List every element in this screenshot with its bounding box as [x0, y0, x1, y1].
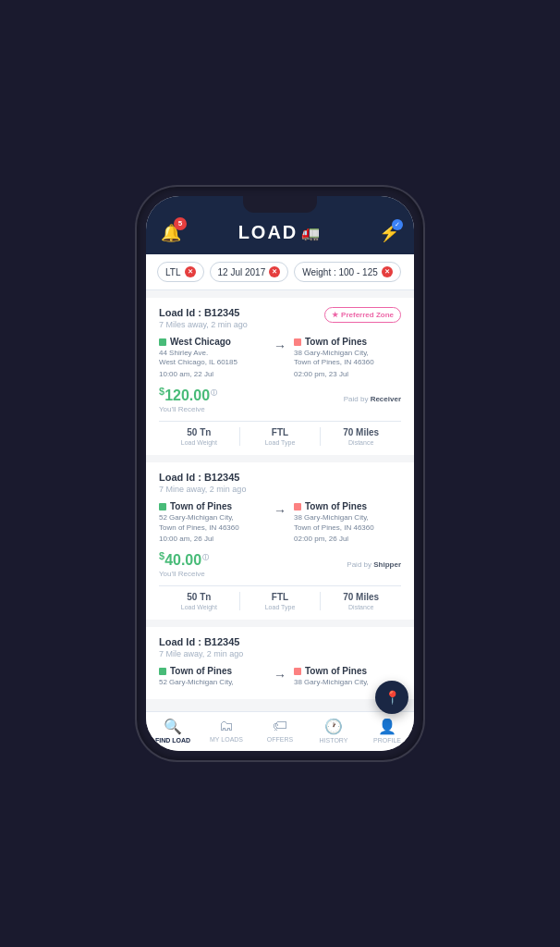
load-card-2[interactable]: Load Id : B12345 7 Mine away, 2 min ago … [146, 462, 414, 620]
notch [243, 196, 317, 213]
phone-frame: 🔔 5 LOAD 🚛 ⚡ ✓ LTL ✕ 12 Jul 2017 ✕ [137, 187, 423, 760]
origin-address-2: 52 Gary-Michigan City, Town of Pines, IN… [159, 513, 266, 533]
origin-dot-1 [159, 338, 166, 346]
price-info-icon-1: ⓘ [211, 389, 217, 396]
stat-distance-2: 70 Miles Distance [321, 592, 401, 610]
find-load-label: FIND LOAD [155, 737, 190, 744]
origin-city-2: Town of Pines [159, 501, 266, 511]
preferred-zone-label: Preferred Zone [341, 311, 394, 319]
origin-time-2: 10:00 am, 26 Jul [159, 535, 266, 543]
dest-time-1: 02:00 pm, 23 Jul [294, 370, 401, 378]
offers-label: OFFERS [267, 736, 293, 743]
filter-chip-date[interactable]: 12 Jul 2017 ✕ [210, 262, 289, 282]
price-2: $40.00ⓘ [159, 550, 209, 569]
filter-bar: LTL ✕ 12 Jul 2017 ✕ Weight : 100 - 125 ✕ [146, 254, 414, 290]
history-icon: 🕐 [324, 718, 343, 735]
origin-3: Town of Pines 52 Gary-Michigan City, [159, 666, 266, 687]
check-badge: ✓ [392, 219, 403, 230]
truck-icon: 🚛 [301, 224, 322, 241]
nav-profile[interactable]: 👤 PROFILE [360, 718, 414, 744]
filter-weight-label: Weight : 100 - 125 [302, 267, 378, 277]
load-header-1: Load Id : B12345 7 Miles away, 2 min ago… [159, 307, 401, 329]
dest-city-1: Town of Pines [294, 337, 401, 347]
filter-chip-weight[interactable]: Weight : 100 - 125 ✕ [294, 262, 401, 282]
filter-date-label: 12 Jul 2017 [218, 267, 266, 277]
location-fab[interactable]: 📍 [375, 681, 408, 714]
stats-row-1: 50 Tn Load Weight FTL Load Type 70 Miles… [159, 421, 401, 446]
profile-label: PROFILE [373, 737, 401, 744]
price-1: $120.00ⓘ [159, 386, 217, 404]
origin-address-3: 52 Gary-Michigan City, [159, 678, 266, 687]
origin-city-3: Town of Pines [159, 666, 266, 676]
destination-2: Town of Pines 38 Gary-Michigan City, Tow… [294, 501, 401, 543]
filter-ltl-label: LTL [165, 267, 181, 277]
price-label-1: You'll Receive [159, 405, 217, 413]
dest-address-1: 38 Gary-Michigan City, Town of Pines, IN… [294, 349, 401, 368]
dest-dot-3 [294, 668, 301, 675]
origin-address-1: 44 Shirley Ave. West Chicago, IL 60185 [159, 349, 266, 368]
route-arrow-1: → [274, 337, 286, 353]
star-icon: ★ [332, 311, 338, 319]
phone-screen: 🔔 5 LOAD 🚛 ⚡ ✓ LTL ✕ 12 Jul 2017 ✕ [146, 196, 414, 751]
route-1: West Chicago 44 Shirley Ave. West Chicag… [159, 337, 401, 378]
load-list: Load Id : B12345 7 Miles away, 2 min ago… [146, 290, 414, 711]
dest-time-2: 02:00 pm, 26 Jul [294, 535, 401, 543]
remove-ltl-filter[interactable]: ✕ [185, 266, 196, 277]
price-section-2: $40.00ⓘ You'll Receive Paid by Shipper [159, 550, 401, 578]
route-arrow-2: → [274, 501, 286, 518]
origin-city-1: West Chicago [159, 337, 266, 347]
price-info-icon-2: ⓘ [202, 554, 209, 560]
load-meta-1: 7 Miles away, 2 min ago [159, 320, 248, 329]
notification-bell[interactable]: 🔔 5 [161, 223, 181, 243]
my-loads-icon: 🗂 [219, 718, 234, 734]
load-header-2: Load Id : B12345 7 Mine away, 2 min ago [159, 472, 401, 494]
load-meta-3: 7 Mile away, 2 min ago [159, 649, 243, 658]
load-id-1: Load Id : B12345 [159, 307, 248, 318]
history-label: HISTORY [320, 737, 348, 744]
load-id-2: Load Id : B12345 [159, 472, 246, 483]
origin-2: Town of Pines 52 Gary-Michigan City, Tow… [159, 501, 266, 543]
route-arrow-3: → [274, 666, 286, 683]
stat-type-2: FTL Load Type [240, 592, 322, 610]
load-id-3: Load Id : B12345 [159, 636, 243, 647]
filter-chip-ltl[interactable]: LTL ✕ [157, 262, 204, 282]
nav-my-loads[interactable]: 🗂 MY LOADS [200, 718, 253, 744]
paid-by-1: Paid by Receiver [344, 395, 401, 403]
stat-type-1: FTL Load Type [240, 427, 322, 446]
nav-find-load[interactable]: 🔍 FIND LOAD [146, 718, 200, 744]
my-loads-label: MY LOADS [210, 736, 243, 743]
preferred-zone-badge: ★ Preferred Zone [324, 307, 401, 323]
stat-weight-2: 50 Tn Load Weight [159, 592, 240, 610]
notification-badge: 5 [174, 217, 187, 230]
price-section-1: $120.00ⓘ You'll Receive Paid by Receiver [159, 386, 401, 413]
offers-icon: 🏷 [273, 718, 287, 734]
filter-icon[interactable]: ⚡ ✓ [379, 223, 399, 243]
price-label-2: You'll Receive [159, 570, 209, 578]
load-card-1[interactable]: Load Id : B12345 7 Miles away, 2 min ago… [146, 298, 414, 455]
profile-icon: 👤 [378, 718, 396, 735]
destination-1: Town of Pines 38 Gary-Michigan City, Tow… [294, 337, 401, 378]
remove-date-filter[interactable]: ✕ [269, 266, 280, 277]
load-header-3: Load Id : B12345 7 Mile away, 2 min ago [159, 636, 401, 658]
dest-dot-2 [294, 503, 301, 510]
origin-1: West Chicago 44 Shirley Ave. West Chicag… [159, 337, 266, 378]
route-3: Town of Pines 52 Gary-Michigan City, → T… [159, 666, 401, 687]
stat-distance-1: 70 Miles Distance [321, 427, 401, 446]
load-meta-2: 7 Mine away, 2 min ago [159, 485, 246, 494]
stat-weight-1: 50 Tn Load Weight [159, 427, 240, 446]
app-logo: LOAD 🚛 [238, 222, 323, 243]
remove-weight-filter[interactable]: ✕ [382, 266, 393, 277]
load-card-3[interactable]: Load Id : B12345 7 Mile away, 2 min ago … [146, 627, 414, 698]
route-2: Town of Pines 52 Gary-Michigan City, Tow… [159, 501, 401, 543]
stats-row-2: 50 Tn Load Weight FTL Load Type 70 Miles… [159, 585, 401, 610]
origin-time-1: 10:00 am, 22 Jul [159, 370, 266, 378]
bottom-navigation: 🔍 FIND LOAD 🗂 MY LOADS 🏷 OFFERS 🕐 HISTOR… [146, 711, 414, 751]
nav-offers[interactable]: 🏷 OFFERS [253, 718, 307, 744]
nav-history[interactable]: 🕐 HISTORY [307, 718, 360, 744]
origin-dot-3 [159, 668, 166, 675]
dest-address-2: 38 Gary-Michigan City, Town of Pines, IN… [294, 513, 401, 533]
origin-dot-2 [159, 503, 166, 510]
logo-text: LOAD [238, 222, 298, 243]
find-load-icon: 🔍 [164, 718, 182, 735]
dest-city-2: Town of Pines [294, 501, 401, 511]
